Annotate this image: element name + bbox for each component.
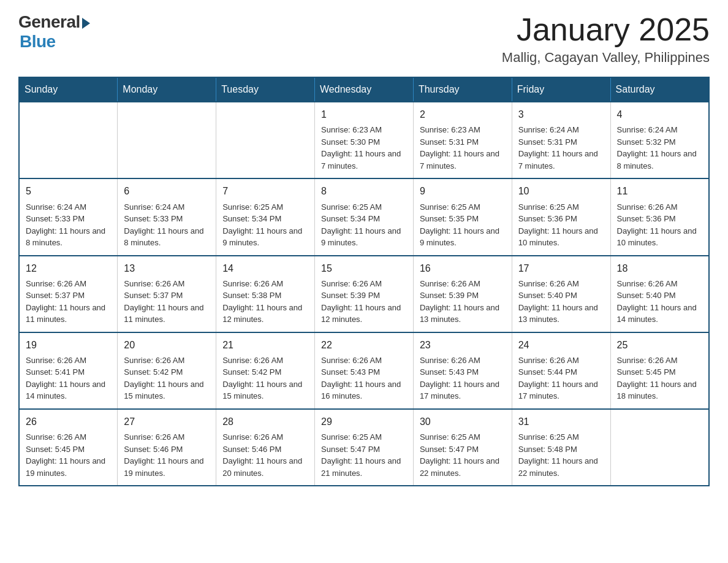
day-number: 22 <box>321 338 407 352</box>
calendar-table: SundayMondayTuesdayWednesdayThursdayFrid… <box>18 77 710 486</box>
logo-arrow-icon <box>82 18 90 29</box>
day-info: Sunrise: 6:26 AM Sunset: 5:39 PM Dayligh… <box>420 278 506 326</box>
day-number: 28 <box>222 415 308 429</box>
calendar-cell: 14Sunrise: 6:26 AM Sunset: 5:38 PM Dayli… <box>216 256 315 332</box>
day-number: 16 <box>420 261 506 275</box>
day-info: Sunrise: 6:26 AM Sunset: 5:36 PM Dayligh… <box>617 201 702 249</box>
calendar-cell: 24Sunrise: 6:26 AM Sunset: 5:44 PM Dayli… <box>512 332 610 409</box>
day-info: Sunrise: 6:24 AM Sunset: 5:32 PM Dayligh… <box>617 124 702 172</box>
calendar-cell: 1Sunrise: 6:23 AM Sunset: 5:30 PM Daylig… <box>315 102 414 178</box>
week-row-5: 26Sunrise: 6:26 AM Sunset: 5:45 PM Dayli… <box>19 409 709 486</box>
calendar-cell: 18Sunrise: 6:26 AM Sunset: 5:40 PM Dayli… <box>610 256 709 332</box>
day-number: 23 <box>420 338 506 352</box>
calendar-cell: 2Sunrise: 6:23 AM Sunset: 5:31 PM Daylig… <box>413 102 512 178</box>
day-info: Sunrise: 6:26 AM Sunset: 5:43 PM Dayligh… <box>420 354 506 402</box>
calendar-cell: 8Sunrise: 6:25 AM Sunset: 5:34 PM Daylig… <box>315 178 414 255</box>
calendar-cell: 27Sunrise: 6:26 AM Sunset: 5:46 PM Dayli… <box>118 409 216 486</box>
header-thursday: Thursday <box>413 77 512 102</box>
calendar-cell: 7Sunrise: 6:25 AM Sunset: 5:34 PM Daylig… <box>216 178 315 255</box>
calendar-cell: 22Sunrise: 6:26 AM Sunset: 5:43 PM Dayli… <box>315 332 414 409</box>
day-info: Sunrise: 6:26 AM Sunset: 5:46 PM Dayligh… <box>124 431 210 479</box>
day-number: 5 <box>26 184 111 198</box>
day-info: Sunrise: 6:26 AM Sunset: 5:40 PM Dayligh… <box>617 278 702 326</box>
calendar-cell: 21Sunrise: 6:26 AM Sunset: 5:42 PM Dayli… <box>216 332 315 409</box>
calendar-cell: 5Sunrise: 6:24 AM Sunset: 5:33 PM Daylig… <box>19 178 118 255</box>
day-number: 10 <box>518 184 604 198</box>
calendar-cell: 28Sunrise: 6:26 AM Sunset: 5:46 PM Dayli… <box>216 409 315 486</box>
calendar-cell: 20Sunrise: 6:26 AM Sunset: 5:42 PM Dayli… <box>118 332 216 409</box>
day-info: Sunrise: 6:26 AM Sunset: 5:41 PM Dayligh… <box>26 354 111 402</box>
day-info: Sunrise: 6:26 AM Sunset: 5:46 PM Dayligh… <box>222 431 308 479</box>
day-number: 11 <box>617 184 702 198</box>
day-info: Sunrise: 6:25 AM Sunset: 5:47 PM Dayligh… <box>420 431 506 479</box>
calendar-cell: 15Sunrise: 6:26 AM Sunset: 5:39 PM Dayli… <box>315 256 414 332</box>
calendar-title: January 2025 <box>502 12 710 47</box>
week-row-4: 19Sunrise: 6:26 AM Sunset: 5:41 PM Dayli… <box>19 332 709 409</box>
day-info: Sunrise: 6:26 AM Sunset: 5:43 PM Dayligh… <box>321 354 407 402</box>
day-number: 14 <box>222 261 308 275</box>
day-number: 20 <box>124 338 210 352</box>
title-block: January 2025 Mallig, Cagayan Valley, Phi… <box>502 12 710 66</box>
day-info: Sunrise: 6:25 AM Sunset: 5:34 PM Dayligh… <box>321 201 407 249</box>
page-header: General Blue January 2025 Mallig, Cagaya… <box>18 12 710 66</box>
day-number: 31 <box>518 415 604 429</box>
day-number: 13 <box>124 261 210 275</box>
day-info: Sunrise: 6:24 AM Sunset: 5:33 PM Dayligh… <box>26 201 111 249</box>
logo-general-text: General <box>18 12 80 32</box>
day-info: Sunrise: 6:24 AM Sunset: 5:31 PM Dayligh… <box>518 124 604 172</box>
day-number: 4 <box>617 107 702 121</box>
day-number: 15 <box>321 261 407 275</box>
day-number: 30 <box>420 415 506 429</box>
header-friday: Friday <box>512 77 610 102</box>
day-info: Sunrise: 6:25 AM Sunset: 5:34 PM Dayligh… <box>222 201 308 249</box>
day-info: Sunrise: 6:24 AM Sunset: 5:33 PM Dayligh… <box>124 201 210 249</box>
day-number: 17 <box>518 261 604 275</box>
calendar-cell: 25Sunrise: 6:26 AM Sunset: 5:45 PM Dayli… <box>610 332 709 409</box>
day-info: Sunrise: 6:26 AM Sunset: 5:37 PM Dayligh… <box>124 278 210 326</box>
day-info: Sunrise: 6:26 AM Sunset: 5:45 PM Dayligh… <box>26 431 111 479</box>
week-row-2: 5Sunrise: 6:24 AM Sunset: 5:33 PM Daylig… <box>19 178 709 255</box>
day-info: Sunrise: 6:25 AM Sunset: 5:47 PM Dayligh… <box>321 431 407 479</box>
week-row-3: 12Sunrise: 6:26 AM Sunset: 5:37 PM Dayli… <box>19 256 709 332</box>
logo-blue-text: Blue <box>20 32 56 52</box>
header-tuesday: Tuesday <box>216 77 315 102</box>
day-number: 7 <box>222 184 308 198</box>
calendar-cell: 11Sunrise: 6:26 AM Sunset: 5:36 PM Dayli… <box>610 178 709 255</box>
day-info: Sunrise: 6:23 AM Sunset: 5:31 PM Dayligh… <box>420 124 506 172</box>
header-sunday: Sunday <box>19 77 118 102</box>
calendar-cell: 17Sunrise: 6:26 AM Sunset: 5:40 PM Dayli… <box>512 256 610 332</box>
day-info: Sunrise: 6:25 AM Sunset: 5:35 PM Dayligh… <box>420 201 506 249</box>
calendar-cell: 3Sunrise: 6:24 AM Sunset: 5:31 PM Daylig… <box>512 102 610 178</box>
calendar-cell: 30Sunrise: 6:25 AM Sunset: 5:47 PM Dayli… <box>413 409 512 486</box>
day-number: 21 <box>222 338 308 352</box>
day-info: Sunrise: 6:26 AM Sunset: 5:37 PM Dayligh… <box>26 278 111 326</box>
day-number: 12 <box>26 261 111 275</box>
day-number: 9 <box>420 184 506 198</box>
calendar-cell: 19Sunrise: 6:26 AM Sunset: 5:41 PM Dayli… <box>19 332 118 409</box>
day-info: Sunrise: 6:23 AM Sunset: 5:30 PM Dayligh… <box>321 124 407 172</box>
day-number: 1 <box>321 107 407 121</box>
day-number: 8 <box>321 184 407 198</box>
calendar-cell: 13Sunrise: 6:26 AM Sunset: 5:37 PM Dayli… <box>118 256 216 332</box>
day-number: 24 <box>518 338 604 352</box>
calendar-cell: 23Sunrise: 6:26 AM Sunset: 5:43 PM Dayli… <box>413 332 512 409</box>
day-number: 2 <box>420 107 506 121</box>
day-info: Sunrise: 6:26 AM Sunset: 5:40 PM Dayligh… <box>518 278 604 326</box>
calendar-cell <box>216 102 315 178</box>
calendar-cell <box>19 102 118 178</box>
calendar-header-row: SundayMondayTuesdayWednesdayThursdayFrid… <box>19 77 709 102</box>
calendar-cell: 4Sunrise: 6:24 AM Sunset: 5:32 PM Daylig… <box>610 102 709 178</box>
calendar-subtitle: Mallig, Cagayan Valley, Philippines <box>502 50 710 66</box>
day-number: 27 <box>124 415 210 429</box>
calendar-cell: 29Sunrise: 6:25 AM Sunset: 5:47 PM Dayli… <box>315 409 414 486</box>
calendar-cell <box>610 409 709 486</box>
day-info: Sunrise: 6:26 AM Sunset: 5:42 PM Dayligh… <box>124 354 210 402</box>
day-number: 6 <box>124 184 210 198</box>
day-info: Sunrise: 6:26 AM Sunset: 5:39 PM Dayligh… <box>321 278 407 326</box>
calendar-cell: 6Sunrise: 6:24 AM Sunset: 5:33 PM Daylig… <box>118 178 216 255</box>
calendar-cell: 12Sunrise: 6:26 AM Sunset: 5:37 PM Dayli… <box>19 256 118 332</box>
calendar-cell: 26Sunrise: 6:26 AM Sunset: 5:45 PM Dayli… <box>19 409 118 486</box>
logo: General Blue <box>18 12 90 52</box>
calendar-cell <box>118 102 216 178</box>
day-number: 26 <box>26 415 111 429</box>
